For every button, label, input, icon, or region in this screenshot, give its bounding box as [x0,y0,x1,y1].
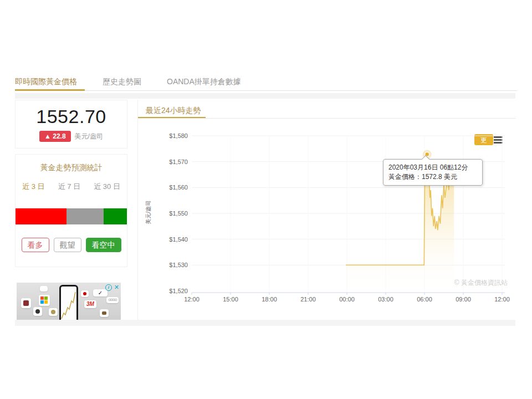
vote-bearish-button[interactable]: 看空中 [86,238,121,252]
y-axis-tick-label: $1,560 [154,184,188,191]
x-axis-tick-label: 06:00 [412,296,437,303]
ad-brand-tile [100,309,109,317]
x-axis-tick-label: 12:00 [490,296,514,303]
x-axis-tick-label: 00:00 [335,296,359,303]
range-tab-30d[interactable]: 近 30 日 [94,182,120,192]
sentiment-bar-neutral [66,208,103,224]
gold-price-card: 1552.70 ▲ 22.8 美元/盎司 [15,100,127,149]
sentiment-bar [16,208,127,224]
x-axis-tick-label: 15:00 [218,296,243,303]
x-axis-tick-label: 21:00 [296,296,320,303]
active-tab-underline [15,89,85,91]
ad-brand-tile-microsoft [39,295,50,306]
y-axis-tick-label: $1,570 [154,158,188,165]
ad-brand-tile [81,290,89,297]
price-change-badge: ▲ 22.8 [39,131,71,142]
range-tab-3d[interactable]: 近 3 日 [22,182,44,192]
ad-brand-tile [40,286,48,291]
prediction-stats-card: 黃金走勢預測統計 近 3 日 近 7 日 近 30 日 看多 觀望 看空中 [15,154,127,267]
sentiment-bar-bullish [16,208,66,224]
chart-tooltip: 2020年03月16日 06點12分 黃金價格：1572.8 美元 [383,159,483,186]
ad-phone-image [59,285,78,320]
chart-card: 最近24小時走勢 更新 美元/盎司 $1,520$1,530$1,540$1,5… [137,100,516,320]
y-axis-tick-label: $1,530 [154,262,188,268]
x-axis-tick-label: 03:00 [374,296,398,303]
vote-neutral-button[interactable]: 觀望 [54,238,81,252]
tab-oanda-orders[interactable]: OANDA掛單持倉數據 [167,77,241,87]
ad-brand-tile-3m: 3M [84,300,96,308]
tab-history-chart[interactable]: 歷史走勢圖 [103,77,141,87]
x-axis-tick-label: 12:00 [180,296,204,303]
x-axis-tick-label: 09:00 [451,296,475,303]
sentiment-bar-bearish [104,208,127,224]
y-axis-tick-label: $1,550 [154,210,188,217]
ad-brand-tile [21,298,31,308]
ad-choices-info-icon[interactable]: i [105,284,112,291]
ad-brand-tile [49,308,58,316]
y-axis-tick-label: $1,580 [154,132,188,139]
tooltip-price: 黃金價格：1572.8 美元 [388,172,477,182]
tab-live-gold-price[interactable]: 即時國際黃金價格 [15,77,77,87]
x-axis-tick-label: 18:00 [257,296,282,303]
vote-bullish-button[interactable]: 看多 [22,238,49,252]
prediction-title: 黃金走勢預測統計 [16,163,127,173]
header-separator-strip [15,93,515,99]
ad-brand-tile-audi: OOOO [106,297,119,303]
y-axis-tick-label: $1,540 [154,236,188,243]
ad-close-icon[interactable]: ✕ [114,284,119,291]
chart-watermark: © 黃金價格資訊站 [393,278,508,288]
y-axis-tick-label: $1,520 [154,288,188,294]
ad-brand-tile [33,307,42,316]
price-unit-label: 美元/盎司 [75,132,103,141]
tooltip-datetime: 2020年03月16日 06點12分 [388,163,477,172]
range-tab-7d[interactable]: 近 7 日 [58,182,80,192]
gold-price-value: 1552.70 [16,106,127,127]
top-tab-bar: 即時國際黃金價格 歷史走勢圖 OANDA掛單持倉數據 [15,73,517,91]
advertisement-banner[interactable]: 3M ✓ OOOO i ✕ [17,283,121,320]
tab-bar-divider [15,90,517,91]
bottom-separator-strip [15,320,515,326]
